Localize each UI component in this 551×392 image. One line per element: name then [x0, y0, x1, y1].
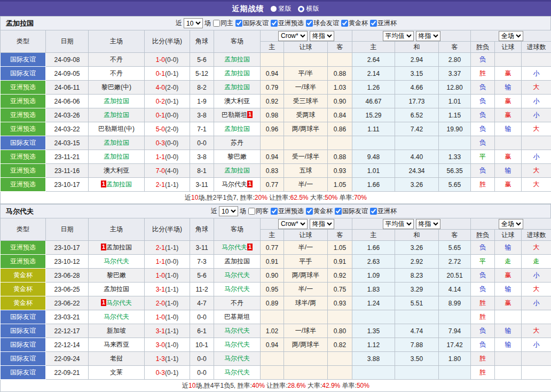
league-filter-2[interactable]: 亚洲预选 — [269, 19, 304, 28]
result-cell: 平 — [471, 255, 495, 269]
match-type-cell: 亚洲预选 — [1, 241, 46, 255]
team-text: 巴基斯坦 — [224, 313, 250, 320]
league-checkbox[interactable] — [370, 208, 377, 215]
league-checkbox[interactable] — [235, 20, 242, 27]
result-cell: 平 — [471, 150, 495, 164]
result-cell: 负 — [471, 136, 495, 150]
league-filter-3[interactable]: 球会友谊 — [304, 19, 339, 28]
away-team-cell: 马尔代夫 — [214, 338, 261, 352]
filter-controls: 近10场同客亚洲预选黄金杯国际友谊亚洲杯 — [211, 206, 397, 216]
home-team: 孟加拉国 — [104, 97, 129, 105]
crow-handicap-cell: 两/两球半 — [284, 122, 328, 136]
crow-handicap-cell: 半/一 — [284, 283, 328, 296]
summary-segment: 场,胜4平1负5, 胜率: — [195, 382, 251, 389]
league-filter-4[interactable]: 黄金杯 — [339, 19, 368, 28]
avg-away-odds-cell: 1.15 — [439, 108, 471, 122]
fullmatch-select[interactable]: 全场 — [499, 31, 523, 41]
crow-bookmaker-select[interactable]: Crow* — [278, 31, 308, 41]
avg-draw-odds-cell: 24.34 — [395, 164, 439, 178]
same-side-checkbox[interactable] — [248, 208, 255, 215]
corner-cell: 0-0 — [190, 136, 214, 150]
crow-handicap-cell: 半/一 — [284, 241, 328, 255]
league-checkbox[interactable] — [271, 208, 278, 215]
match-row: 国际友谊24-09-08不丹1-0(0-0)5-6孟加拉国2.642.942.8… — [1, 53, 551, 67]
summary-segment: 40% — [252, 382, 265, 389]
filter-controls: 近10场同主国际友谊亚洲预选球会友谊黄金杯亚洲杯 — [176, 18, 397, 28]
score-cell: 5-0(2-0) — [145, 122, 190, 136]
fullmatch-select[interactable]: 全场 — [499, 219, 523, 229]
league-filter-1[interactable]: 亚洲预选 — [269, 207, 304, 216]
recent-count-select[interactable]: 10 — [184, 18, 203, 28]
sub-header-3: 客 — [328, 42, 352, 53]
league-checkbox[interactable] — [271, 20, 278, 27]
home-team: 老挝 — [110, 355, 123, 362]
home-team: 不丹 — [110, 69, 123, 77]
avg-select[interactable]: 平均值 — [383, 219, 414, 229]
halftime-score: (0-0) — [165, 56, 178, 64]
goals-result-cell: 大 — [522, 283, 551, 296]
score-cell: 0-1(0-0) — [145, 108, 190, 122]
match-type-cell: 国际友谊 — [1, 53, 46, 67]
match-row: 国际友谊24-09-05不丹0-1(0-1)5-12孟加拉国0.94平/半0.8… — [1, 67, 551, 81]
match-row: 亚洲预选24-06-06孟加拉国0-2(0-1)1-9澳大利亚0.92受三球半0… — [1, 95, 551, 108]
match-type-cell: 黄金杯 — [1, 296, 46, 310]
layout-radio-vertical[interactable]: 竖版 — [271, 4, 292, 13]
league-filter-1[interactable]: 国际友谊 — [233, 19, 269, 28]
avg-draw-odds-cell: 7.88 — [395, 338, 439, 352]
crow-away-odds-cell: 0.91 — [328, 255, 352, 269]
crow-away-odds-cell — [328, 310, 352, 324]
team-text: 文莱 — [110, 369, 123, 376]
recent-count-select[interactable]: 10 — [219, 206, 238, 216]
away-team-cell: 孟加拉国 — [214, 164, 261, 178]
league-filter-4[interactable]: 亚洲杯 — [368, 207, 397, 216]
league-checkbox[interactable] — [370, 20, 377, 27]
col-header-3: 主场 — [89, 218, 145, 241]
score-cell: 1-1(0-0) — [145, 255, 190, 269]
league-filter-5[interactable]: 亚洲杯 — [368, 19, 397, 28]
away-team: 巴基斯坦 — [224, 313, 250, 320]
same-side-filter[interactable]: 同主 — [211, 19, 233, 28]
crow-final-select[interactable]: 终指 — [310, 31, 334, 41]
halftime-score: (1-0) — [165, 300, 178, 307]
home-team: 黎巴嫩(中) — [101, 83, 131, 91]
crow-bookmaker-select[interactable]: Crow* — [278, 219, 308, 229]
team-filter-bar: 孟加拉国近10场同主国际友谊亚洲预选球会友谊黄金杯亚洲杯 — [0, 16, 551, 30]
rank-badge-icon: 1 — [247, 111, 253, 118]
same-side-filter[interactable]: 同客 — [246, 207, 269, 216]
team-text: 孟加拉国 — [104, 139, 129, 146]
crow-home-odds-cell: 0.91 — [261, 255, 284, 269]
date-cell: 22-12-14 — [46, 338, 89, 352]
league-checkbox[interactable] — [306, 20, 313, 27]
avg-away-odds-cell: 2.72 — [439, 255, 471, 269]
match-type-cell: 亚洲预选 — [1, 95, 46, 108]
crow-handicap-cell: 五球 — [284, 164, 328, 178]
avg-away-odds-cell: 4.14 — [439, 283, 471, 296]
match-row: 亚洲预选24-03-22巴勒斯坦(中)5-0(2-0)7-1孟加拉国0.96两/… — [1, 122, 551, 136]
avg-final-select[interactable]: 终指 — [416, 31, 440, 41]
avg-final-select[interactable]: 终指 — [416, 219, 440, 229]
away-team-cell: 马尔代夫1 — [214, 241, 261, 255]
league-checkbox[interactable] — [335, 208, 342, 215]
home-team: 马尔代夫 — [104, 257, 129, 265]
sub-header-6: 客 — [439, 230, 471, 241]
same-side-checkbox[interactable] — [213, 20, 220, 27]
date-cell: 24-03-15 — [46, 136, 89, 150]
avg-select[interactable]: 平均值 — [383, 31, 414, 41]
rank-badge-icon: 1 — [101, 299, 106, 306]
league-filter-3[interactable]: 国际友谊 — [333, 207, 368, 216]
team-text: 孟加拉国 — [104, 153, 129, 160]
league-checkbox[interactable] — [341, 20, 348, 27]
rank-badge-icon: 1 — [247, 181, 253, 187]
handicap-result-cell: 赢 — [495, 269, 522, 283]
league-checkbox[interactable] — [306, 208, 313, 215]
summary-cell: 近10场,胜2平1负7, 胜率:20% 让胜率:62.5% 大率:50% 单率:… — [1, 192, 551, 204]
match-type-cell: 亚洲预选 — [1, 164, 46, 178]
crow-final-select[interactable]: 终指 — [310, 219, 334, 229]
team-text: 马尔代夫 — [104, 257, 129, 265]
away-team-cell: 孟加拉国 — [214, 67, 261, 81]
league-filter-2[interactable]: 黄金杯 — [304, 207, 333, 216]
layout-radio-horizontal[interactable]: 横版 — [298, 4, 319, 13]
match-row: 亚洲预选23-10-171孟加拉国2-1(1-1)3-11马尔代夫10.77半/… — [1, 178, 551, 192]
away-team: 马尔代夫 — [224, 341, 250, 348]
team-text: 孟加拉国 — [104, 97, 129, 105]
